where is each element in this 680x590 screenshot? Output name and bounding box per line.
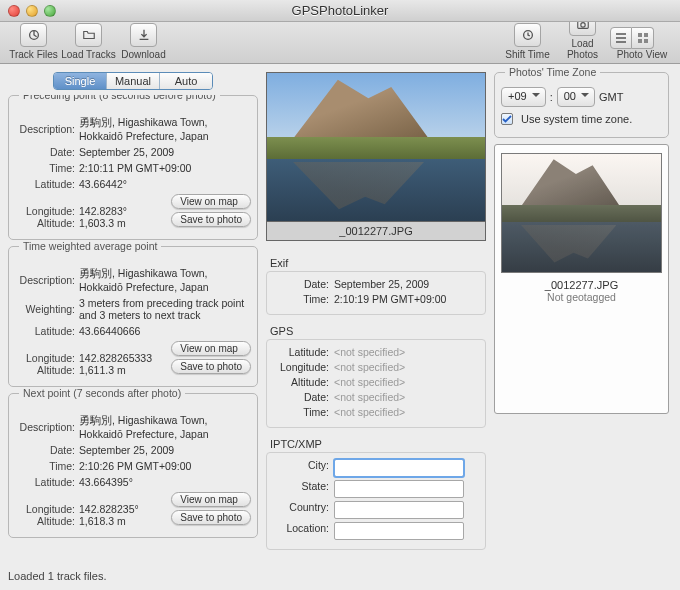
label: Time: xyxy=(271,293,329,305)
label: Location: xyxy=(271,522,329,540)
gps-altitude: <not specified> xyxy=(334,376,481,388)
gps-date: <not specified> xyxy=(334,391,481,403)
label: Description: xyxy=(15,274,75,286)
photo-preview xyxy=(266,72,486,222)
next-view-on-map-button[interactable]: View on map xyxy=(171,492,251,507)
next-longitude: 142.828235° xyxy=(79,503,167,515)
photo-view-list-icon[interactable] xyxy=(610,27,632,49)
timezone-hours-select[interactable]: +09 xyxy=(501,87,546,107)
use-system-timezone-checkbox[interactable] xyxy=(501,113,513,125)
load-tracks-button[interactable]: Load Tracks xyxy=(61,23,116,60)
average-description: 勇駒別, Higashikawa Town, Hokkaidō Prefectu… xyxy=(79,267,251,293)
thumb-status: Not geotagged xyxy=(501,291,662,303)
gps-time: <not specified> xyxy=(334,406,481,418)
label: Longitude: xyxy=(15,352,75,364)
track-files-button[interactable]: Track Files xyxy=(6,23,61,60)
thumb-filename: _0012277.JPG xyxy=(501,279,662,291)
download-icon xyxy=(130,23,157,47)
iptc-city-input[interactable] xyxy=(334,459,464,477)
label: Latitude: xyxy=(271,346,329,358)
label: Date: xyxy=(271,278,329,290)
next-altitude: 1,618.3 m xyxy=(79,515,251,527)
svg-point-3 xyxy=(580,23,584,27)
preceding-longitude: 142.8283° xyxy=(79,205,167,217)
exif-group: Date:September 25, 2009 Time:2:10:19 PM … xyxy=(266,271,486,315)
iptc-location-input[interactable] xyxy=(334,522,464,540)
group-title: Time weighted average point xyxy=(19,240,161,252)
average-point-group: Time weighted average point Description:… xyxy=(8,246,258,387)
preceding-date: September 25, 2009 xyxy=(79,146,251,158)
tab-manual[interactable]: Manual xyxy=(107,73,160,89)
titlebar: GPSPhotoLinker xyxy=(0,0,680,22)
average-longitude: 142.828265333 xyxy=(79,352,167,364)
label: Latitude: xyxy=(15,476,75,488)
exif-heading: Exif xyxy=(270,257,486,269)
svg-rect-5 xyxy=(644,33,648,37)
label: Date: xyxy=(15,146,75,158)
photo-view-grid-icon[interactable] xyxy=(632,27,654,49)
preceding-view-on-map-button[interactable]: View on map xyxy=(171,194,251,209)
timezone-minutes-select[interactable]: 00 xyxy=(557,87,595,107)
toolbar-label: Load Photos xyxy=(567,38,598,60)
tab-single[interactable]: Single xyxy=(54,73,107,89)
iptc-country-input[interactable] xyxy=(334,501,464,519)
photo-filename: _0012277.JPG xyxy=(266,222,486,241)
shift-time-button[interactable]: Shift Time xyxy=(500,23,555,60)
gps-heading: GPS xyxy=(270,325,486,337)
colon: : xyxy=(550,91,553,103)
gps-group: Latitude:<not specified> Longitude:<not … xyxy=(266,339,486,428)
toolbar-label: Load Tracks xyxy=(61,49,115,60)
label: Longitude: xyxy=(271,361,329,373)
clock-icon xyxy=(514,23,541,47)
label: Time: xyxy=(271,406,329,418)
average-weighting: 3 meters from preceding track point and … xyxy=(79,297,251,321)
svg-rect-4 xyxy=(638,33,642,37)
iptc-group: City: State: Country: Location: xyxy=(266,452,486,550)
gmt-label: GMT xyxy=(599,91,623,103)
photo-thumbnail[interactable] xyxy=(501,153,662,273)
next-date: September 25, 2009 xyxy=(79,444,251,456)
photo-list[interactable]: _0012277.JPG Not geotagged xyxy=(494,144,669,414)
next-description: 勇駒別, Higashikawa Town, Hokkaidō Prefectu… xyxy=(79,414,251,440)
svg-rect-6 xyxy=(638,39,642,43)
tab-auto[interactable]: Auto xyxy=(160,73,212,89)
group-title: Next point (7 seconds after photo) xyxy=(19,387,185,399)
average-altitude: 1,611.3 m xyxy=(79,364,251,376)
toolbar: Track Files Load Tracks Download Shift T… xyxy=(0,22,680,64)
label: Date: xyxy=(15,444,75,456)
preceding-description: 勇駒別, Higashikawa Town, Hokkaidō Prefectu… xyxy=(79,116,251,142)
status-text: Loaded 1 track files. xyxy=(8,570,258,582)
svg-rect-7 xyxy=(644,39,648,43)
label: Time: xyxy=(15,460,75,472)
toolbar-label: Download xyxy=(121,49,165,60)
label: Country: xyxy=(271,501,329,519)
iptc-heading: IPTC/XMP xyxy=(270,438,486,450)
label: Date: xyxy=(271,391,329,403)
label: Weighting: xyxy=(15,303,75,315)
label: City: xyxy=(271,459,329,477)
timezone-group: Photos' Time Zone +09 : 00 GMT Use syste… xyxy=(494,72,669,138)
next-latitude: 43.664395° xyxy=(79,476,251,488)
label: State: xyxy=(271,480,329,498)
label: Altitude: xyxy=(15,364,75,376)
group-title: Photos' Time Zone xyxy=(505,66,600,78)
window-title: GPSPhotoLinker xyxy=(0,0,680,22)
next-point-group: Next point (7 seconds after photo) Descr… xyxy=(8,393,258,538)
toolbar-label: Shift Time xyxy=(505,49,549,60)
label: Longitude: xyxy=(15,503,75,515)
label: Altitude: xyxy=(271,376,329,388)
average-view-on-map-button[interactable]: View on map xyxy=(171,341,251,356)
label: Latitude: xyxy=(15,325,75,337)
photo-view-switch[interactable]: Photo View xyxy=(610,27,674,60)
iptc-state-input[interactable] xyxy=(334,480,464,498)
download-button[interactable]: Download xyxy=(116,23,171,60)
group-title: Preceding point (8 seconds before photo) xyxy=(19,95,220,101)
preceding-altitude: 1,603.3 m xyxy=(79,217,251,229)
gps-longitude: <not specified> xyxy=(334,361,481,373)
preceding-latitude: 43.66442° xyxy=(79,178,251,190)
mode-tabs: Single Manual Auto xyxy=(53,72,213,90)
folder-open-icon xyxy=(75,23,102,47)
label: Longitude: xyxy=(15,205,75,217)
label: Altitude: xyxy=(15,217,75,229)
next-time: 2:10:26 PM GMT+09:00 xyxy=(79,460,251,472)
